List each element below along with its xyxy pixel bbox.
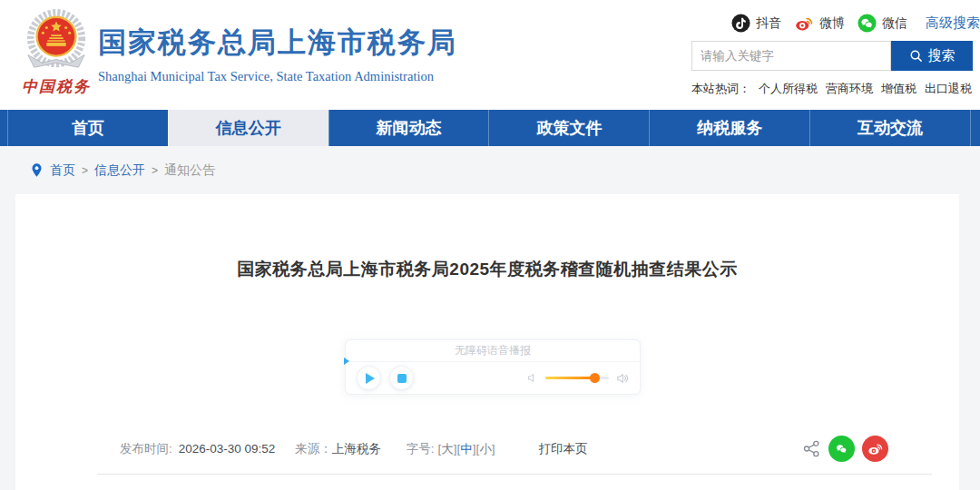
volume-fill (545, 377, 596, 379)
font-size-switcher: 字号: [大][中][小] (407, 441, 495, 457)
search-icon (909, 49, 923, 63)
site-logo: 中国税务 (20, 9, 93, 97)
douyin-icon (731, 14, 750, 33)
article-title: 国家税务总局上海市税务局2025年度税务稽查随机抽查结果公示 (15, 194, 959, 281)
search-bar: 搜索 (691, 41, 973, 71)
logo-caption: 中国税务 (20, 76, 93, 97)
share-wechat-button[interactable] (828, 436, 855, 462)
stop-button[interactable] (389, 366, 414, 390)
bracket: ] (492, 442, 495, 456)
breadcrumb: 首页 > 信息公开 > 通知公告 (0, 146, 980, 194)
breadcrumb-separator: > (82, 164, 88, 177)
hot-word-link[interactable]: 营商环境 (826, 82, 873, 95)
search-button[interactable]: 搜索 (891, 41, 973, 71)
source-label: 来源： (295, 442, 332, 456)
font-size-large-button[interactable]: 大 (441, 442, 454, 456)
stop-icon (397, 374, 407, 383)
font-size-label: 字号: (407, 442, 435, 456)
article-card: 国家税务总局上海市税务局2025年度税务稽查随机抽查结果公示 无障碍语音播报 (15, 194, 959, 490)
wechat-link[interactable]: 微信 (858, 14, 907, 33)
weibo-link[interactable]: 微博 (794, 14, 845, 33)
location-pin-icon (31, 162, 43, 178)
audio-player: 无障碍语音播报 (345, 339, 641, 395)
douyin-link[interactable]: 抖音 (731, 14, 781, 33)
source-value: 上海税务 (332, 442, 381, 456)
meta-divider (97, 474, 932, 475)
nav-item-home[interactable]: 首页 (7, 110, 168, 146)
volume-slider[interactable] (545, 377, 609, 379)
weibo-icon (867, 440, 884, 457)
site-title: 国家税务总局上海市税务局 (98, 24, 457, 62)
search-button-label: 搜索 (928, 47, 956, 64)
weibo-icon (794, 14, 814, 33)
douyin-label: 抖音 (756, 15, 781, 32)
weibo-label: 微博 (819, 15, 845, 32)
volume-high-icon (616, 372, 629, 385)
progress-marker (344, 358, 349, 365)
advanced-search-link[interactable]: 高级搜索 (926, 15, 980, 32)
share-buttons (802, 436, 888, 462)
print-button[interactable]: 打印本页 (538, 441, 587, 457)
main-nav: 首页 信息公开 新闻动态 政策文件 纳税服务 互动交流 (0, 110, 980, 146)
nav-item-interaction[interactable]: 互动交流 (809, 110, 971, 146)
hot-word-link[interactable]: 出口退税 (925, 82, 972, 95)
hot-word-link[interactable]: 增值税 (881, 82, 916, 95)
publish-time-value: 2026-03-30 09:52 (179, 442, 276, 456)
tax-emblem-icon (21, 9, 92, 74)
breadcrumb-info-disclosure[interactable]: 信息公开 (94, 162, 145, 179)
volume-low-icon (526, 372, 538, 384)
volume-control (526, 372, 629, 385)
wechat-icon (833, 440, 850, 457)
breadcrumb-separator: > (152, 164, 158, 177)
site-subtitle: Shanghai Municipal Tax Service, State Ta… (98, 69, 457, 84)
nav-item-news[interactable]: 新闻动态 (328, 110, 489, 146)
site-titles: 国家税务总局上海市税务局 Shanghai Municipal Tax Serv… (98, 24, 457, 84)
breadcrumb-current: 通知公告 (164, 162, 215, 179)
volume-knob[interactable] (590, 373, 600, 383)
hot-words-label: 本站热词： (691, 82, 750, 95)
site-header: 中国税务 国家税务总局上海市税务局 Shanghai Municipal Tax… (0, 0, 980, 110)
share-weibo-button[interactable] (862, 436, 888, 462)
article-meta: 发布时间: 2026-03-30 09:52 来源：上海税务 字号: [大][中… (120, 436, 888, 462)
wechat-icon (858, 14, 877, 33)
play-button[interactable] (357, 366, 381, 390)
audio-player-title-text: 无障碍语音播报 (455, 344, 531, 357)
hot-words: 本站热词：个人所得税营商环境增值税出口退税 (691, 81, 972, 97)
nav-item-tax-service[interactable]: 纳税服务 (649, 110, 809, 146)
audio-player-title: 无障碍语音播报 (346, 340, 640, 362)
font-size-small-button[interactable]: 小 (479, 442, 492, 456)
search-input[interactable] (691, 41, 891, 71)
hot-word-link[interactable]: 个人所得税 (759, 82, 818, 95)
source: 来源：上海税务 (295, 441, 381, 457)
play-icon (366, 373, 375, 384)
font-size-medium-button[interactable]: 中 (460, 442, 473, 456)
publish-time-label: 发布时间: (120, 441, 172, 457)
nav-item-info-disclosure[interactable]: 信息公开 (168, 110, 328, 146)
breadcrumb-home[interactable]: 首页 (50, 162, 75, 179)
nav-item-policy[interactable]: 政策文件 (488, 110, 649, 146)
social-links: 抖音 微博 微信 高级搜索 (731, 14, 980, 33)
wechat-label: 微信 (882, 15, 907, 32)
share-nodes-icon[interactable] (802, 439, 821, 458)
audio-player-controls (346, 362, 640, 394)
